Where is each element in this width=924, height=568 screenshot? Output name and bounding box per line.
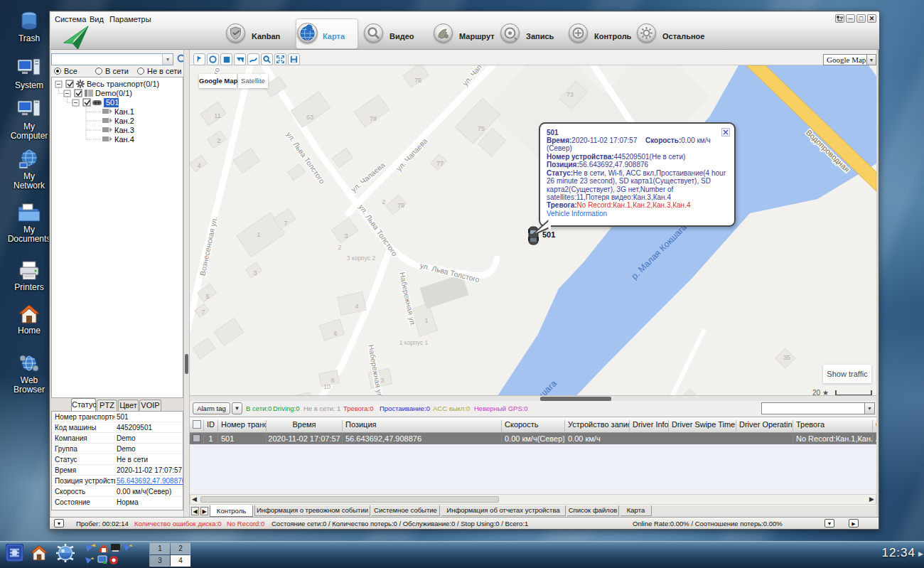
svg-text:63: 63 (306, 114, 313, 121)
svg-text:79: 79 (397, 202, 404, 209)
svg-text:3 корпус 2: 3 корпус 2 (347, 254, 376, 262)
svg-text:7: 7 (284, 220, 287, 227)
svg-text:3: 3 (253, 269, 257, 277)
svg-text:Набережная ул.: Набережная ул. (398, 272, 418, 328)
svg-text:10: 10 (323, 383, 331, 390)
svg-text:Кан.3: Кан.3 (114, 126, 134, 134)
svg-text:11: 11 (214, 112, 220, 119)
svg-text:8: 8 (331, 377, 334, 384)
svg-text:Вознесенская ул.: Вознесенская ул. (198, 216, 218, 277)
svg-text:73: 73 (566, 91, 574, 98)
svg-text:Кан.4: Кан.4 (114, 135, 134, 144)
svg-text:1: 1 (424, 317, 428, 324)
svg-text:75: 75 (478, 125, 485, 132)
svg-text:35: 35 (783, 354, 790, 361)
svg-text:Demo(0/1): Demo(0/1) (95, 89, 132, 97)
svg-text:4: 4 (355, 303, 358, 310)
svg-text:78: 78 (370, 115, 377, 122)
svg-text:4: 4 (197, 162, 200, 169)
svg-text:2: 2 (338, 244, 341, 251)
svg-text:3: 3 (344, 232, 348, 240)
svg-text:77: 77 (436, 160, 444, 167)
svg-text:7: 7 (201, 309, 205, 316)
svg-text:1: 1 (257, 231, 260, 238)
svg-text:6: 6 (333, 330, 337, 337)
svg-text:501: 501 (106, 98, 119, 107)
svg-text:Кан.1: Кан.1 (114, 107, 134, 116)
svg-text:5: 5 (205, 293, 209, 300)
svg-text:76: 76 (414, 77, 421, 84)
svg-text:2: 2 (382, 198, 385, 205)
svg-text:1 корпус 1: 1 корпус 1 (399, 339, 429, 346)
svg-text:ул. Чапаева: ул. Чапаева (394, 136, 429, 173)
svg-text:Весь транспорт(0/1): Весь транспорт(0/1) (87, 80, 159, 88)
svg-text:Кан.2: Кан.2 (114, 117, 134, 125)
svg-text:2: 2 (217, 137, 220, 144)
